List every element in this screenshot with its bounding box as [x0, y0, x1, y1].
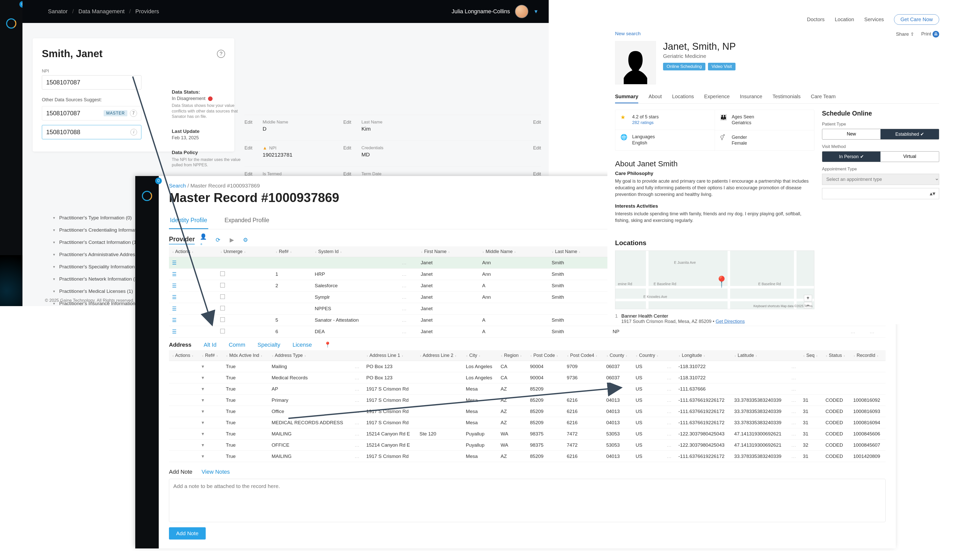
crumb-0[interactable]: Sanator — [48, 8, 68, 15]
zoom-in-button[interactable]: + — [804, 295, 812, 301]
expand-icon[interactable]: ▾ — [202, 397, 204, 403]
expand-icon[interactable]: ▾ — [202, 375, 204, 380]
app-logo[interactable] — [6, 18, 17, 29]
profile-tab[interactable]: Locations — [672, 94, 694, 103]
map[interactable]: E Juanita Ave E Baseline Rd E Baseline R… — [615, 251, 815, 309]
expand-icon[interactable]: ▾ — [202, 386, 204, 392]
table-row[interactable]: ▾TrueOffice…1917 S Crismon RdMesaAZ85209… — [169, 406, 886, 417]
nav-services[interactable]: Services — [864, 17, 884, 22]
chevron-down-icon[interactable]: ▼ — [533, 9, 538, 14]
checkbox[interactable] — [220, 294, 225, 299]
table-row[interactable]: ▾TrueAP…1917 S Crismon RdMesaAZ85209US…-… — [169, 383, 886, 395]
suggestion-alt[interactable]: 1508107088 i — [42, 125, 142, 139]
table-row[interactable]: ▾TrueMedical Records…PO Box 123Los Angel… — [169, 372, 886, 383]
subtab-license[interactable]: License — [293, 341, 312, 348]
play-icon[interactable]: ▶ — [228, 236, 236, 245]
table-row[interactable]: ▾TrueMAILING…1917 S Crismon RdMesaAZ8520… — [169, 451, 886, 462]
add-note-button[interactable]: Add Note — [169, 527, 206, 540]
tab-expanded[interactable]: Expanded Profile — [224, 217, 270, 229]
patient-type-toggle[interactable]: New Established ✔ — [822, 129, 939, 140]
quantity-stepper[interactable]: ▴▾ — [822, 188, 939, 199]
gender-icon: ⚥ — [720, 135, 728, 141]
new-search-link[interactable]: New search — [615, 31, 641, 38]
row-menu-icon[interactable]: ☰ — [172, 294, 177, 300]
appt-type-select[interactable]: Select an appointment type — [822, 174, 939, 185]
info-icon[interactable]: i — [130, 129, 137, 135]
checkbox[interactable] — [220, 318, 225, 322]
app-sidebar — [135, 176, 159, 548]
patient-new[interactable]: New — [822, 129, 881, 139]
person-plus-icon[interactable]: 👤₊ — [200, 236, 208, 245]
directions-link[interactable]: Get Directions — [716, 319, 745, 324]
row-menu-icon[interactable]: ☰ — [172, 272, 177, 277]
visit-inperson[interactable]: In Person ✔ — [822, 151, 881, 162]
subtab-address[interactable]: Address — [169, 341, 191, 348]
row-menu-icon[interactable]: ☰ — [172, 306, 177, 311]
ratings-link[interactable]: 282 ratings — [632, 120, 659, 125]
nav-doctors[interactable]: Doctors — [807, 17, 824, 22]
expand-icon[interactable]: ▾ — [202, 364, 204, 369]
gear-icon[interactable]: ⚙ — [241, 236, 250, 245]
avatar[interactable] — [515, 5, 528, 18]
get-care-button[interactable]: Get Care Now — [894, 14, 939, 25]
npi-input[interactable]: 1508107087 — [42, 75, 142, 89]
table-row[interactable]: ▾TruePrimary…1917 S Crismon RdMesaAZ8520… — [169, 395, 886, 406]
tab-identity[interactable]: Identity Profile — [169, 217, 208, 229]
subtab-specialty[interactable]: Specialty — [258, 341, 280, 348]
edit-link[interactable]: Edit — [343, 120, 351, 132]
checkbox[interactable] — [220, 306, 225, 310]
chevron-down-icon: ▾ — [53, 252, 55, 257]
edit-link[interactable]: Edit — [245, 120, 252, 132]
share-link[interactable]: Share ⇪ — [896, 32, 914, 37]
schedule-panel: Schedule Online Patient Type New Establi… — [822, 110, 939, 199]
checkbox[interactable] — [220, 283, 225, 287]
edit-link[interactable]: Edit — [245, 145, 252, 158]
table-row[interactable]: ☰6DEA…JanetASmithNP…… — [169, 326, 886, 338]
print-link[interactable]: Print 🖶 — [921, 31, 939, 38]
expand-icon[interactable]: ▾ — [202, 442, 204, 448]
expand-icon[interactable]: ▾ — [202, 431, 204, 437]
patient-established[interactable]: Established ✔ — [880, 129, 939, 139]
profile-tab[interactable]: Care Team — [811, 94, 835, 103]
profile-tab[interactable]: Experience — [704, 94, 730, 103]
table-row[interactable]: ▾TrueMEDICAL RECORDS ADDRESS…1917 S Cris… — [169, 417, 886, 428]
nav-location[interactable]: Location — [835, 17, 854, 22]
expand-icon[interactable]: ▾ — [202, 409, 204, 414]
row-menu-icon[interactable]: ☰ — [172, 260, 177, 265]
row-menu-icon[interactable]: ☰ — [172, 283, 177, 289]
subtab-comm[interactable]: Comm — [229, 341, 245, 348]
profile-tab[interactable]: About — [649, 94, 662, 103]
help-icon[interactable]: ? — [217, 50, 225, 58]
row-menu-icon[interactable]: ☰ — [172, 318, 177, 323]
edit-link[interactable]: Edit — [533, 120, 541, 132]
profile-tab[interactable]: Testimonials — [773, 94, 800, 103]
visit-virtual[interactable]: Virtual — [880, 151, 939, 162]
visit-method-toggle[interactable]: In Person ✔ Virtual — [822, 151, 939, 162]
table-row[interactable]: ▾TrueMailing…PO Box 123Los AngelesCA9000… — [169, 361, 886, 372]
table-row[interactable]: ▾TrueOFFICE…15214 Canyon Rd EPuyallupWA9… — [169, 440, 886, 451]
suggestion-master[interactable]: 1508107087 MASTER 7 — [42, 106, 142, 121]
app-logo[interactable] — [142, 190, 153, 202]
note-textarea[interactable] — [169, 479, 886, 522]
crumb-search[interactable]: Search — [169, 183, 186, 189]
expand-icon[interactable]: ▾ — [202, 420, 204, 425]
edit-link[interactable]: Edit — [533, 145, 541, 158]
profile-tab[interactable]: Summary — [615, 94, 638, 103]
checkbox[interactable] — [220, 329, 225, 333]
profile-tab[interactable]: Insurance — [740, 94, 762, 103]
crumb-1[interactable]: Data Management — [78, 8, 124, 15]
map-pin-icon[interactable]: 📍 — [324, 341, 331, 348]
table-row[interactable]: ▾TrueMAILING…15214 Canyon Rd ESte 120Puy… — [169, 428, 886, 440]
expand-icon[interactable]: ▾ — [202, 454, 204, 459]
count-badge: 7 — [130, 110, 137, 117]
view-notes-tab[interactable]: View Notes — [202, 468, 230, 475]
schedule-heading: Schedule Online — [822, 110, 939, 117]
edit-link[interactable]: Edit — [343, 145, 351, 158]
add-note-tab[interactable]: Add Note — [169, 468, 192, 475]
checkbox[interactable] — [220, 272, 225, 276]
row-menu-icon[interactable]: ☰ — [172, 329, 177, 334]
subtab-altid[interactable]: Alt Id — [204, 341, 216, 348]
refresh-icon[interactable]: ⟳ — [213, 236, 222, 245]
user-menu[interactable]: Julia Longname-Collins ▼ — [452, 5, 538, 18]
crumb-2[interactable]: Providers — [135, 8, 159, 15]
